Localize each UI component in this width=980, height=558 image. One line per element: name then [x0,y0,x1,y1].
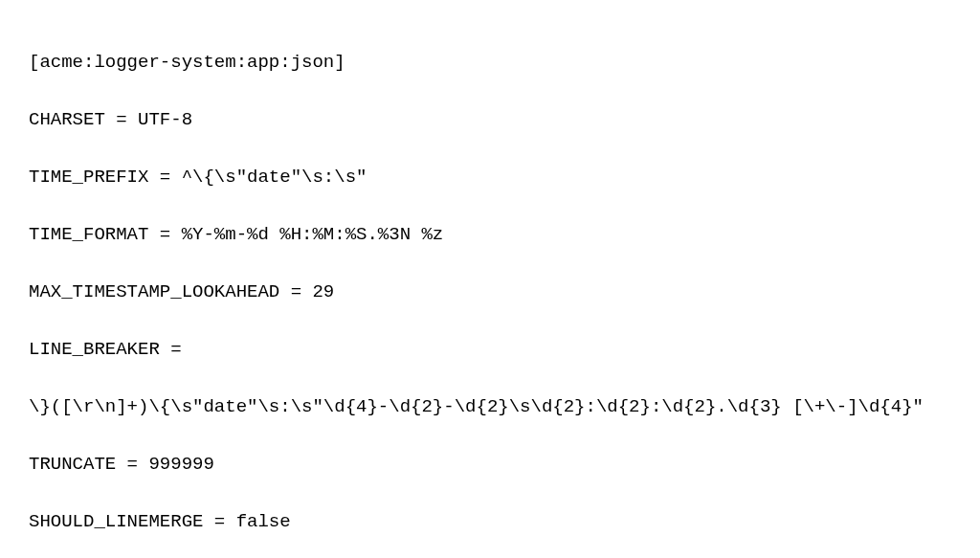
config-line: TIME_PREFIX = ^\{\s"date"\s:\s" [29,163,951,191]
config-stanza: [acme:logger-system:app:json] [29,48,951,77]
config-line: LINE_BREAKER = [29,335,951,364]
config-line: TRUNCATE = 999999 [29,450,951,479]
config-line: SHOULD_LINEMERGE = false [29,507,951,536]
config-line: CHARSET = UTF-8 [29,105,951,134]
config-line: \}([\r\n]+)\{\s"date"\s:\s"\d{4}-\d{2}-\… [29,392,951,421]
config-line: TIME_FORMAT = %Y-%m-%d %H:%M:%S.%3N %z [29,220,951,249]
config-block: [acme:logger-system:app:json] CHARSET = … [0,0,980,558]
config-line: MAX_TIMESTAMP_LOOKAHEAD = 29 [29,278,951,306]
